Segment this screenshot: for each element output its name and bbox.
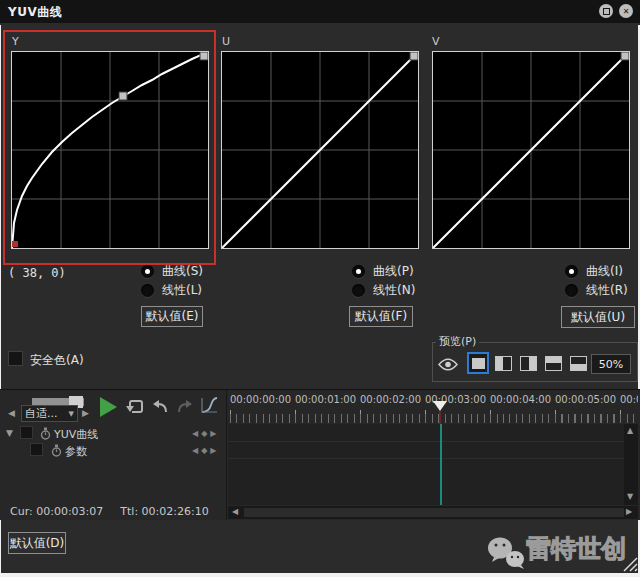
preview-split-right-button[interactable]	[517, 352, 539, 374]
yuv-curves-dialog: YUV曲线 ✕ Y U	[0, 0, 640, 577]
wechat-icon	[486, 532, 528, 572]
zoom-fit-dropdown[interactable]: 自适... ▼	[21, 405, 78, 422]
track-label[interactable]: YUV曲线	[54, 427, 98, 442]
chevron-down-icon: ▼	[69, 410, 74, 418]
v-default-button[interactable]: 默认值(U)	[561, 306, 635, 328]
u-panel-label: U	[222, 35, 230, 48]
track-row-separator	[228, 458, 624, 459]
v-linear-radio-row[interactable]: 线性(R)	[565, 283, 628, 297]
watermark: 雷特世创	[486, 526, 638, 572]
y-linear-radio-label: 线性(L)	[162, 282, 202, 299]
v-curve-svg	[433, 52, 629, 248]
preview-mode-buttons	[467, 352, 589, 374]
watermark-text: 雷特世创	[526, 532, 626, 565]
track-label[interactable]: 参数	[65, 444, 87, 459]
scroll-up-icon[interactable]: ▲	[627, 427, 633, 435]
u-curve-chart[interactable]	[221, 51, 419, 249]
cur-value: 00:00:03:07	[36, 505, 103, 518]
step-forward-icon[interactable]: ▶	[82, 409, 89, 418]
safe-color-checkbox[interactable]	[8, 351, 23, 366]
preview-full-button[interactable]	[467, 352, 489, 374]
restore-icon[interactable]	[599, 4, 613, 18]
y-mode-radios: 曲线(S) 线性(L)	[141, 264, 203, 302]
zoom-fit-dropdown-value: 自适...	[25, 406, 58, 421]
ruler-label: 00:00:05:00	[555, 394, 616, 405]
y-linear-radio[interactable]	[141, 284, 154, 297]
horizontal-scrollbar[interactable]: ◀ ▶	[228, 506, 638, 519]
preview-split-left-button[interactable]	[492, 352, 514, 374]
scroll-right-icon[interactable]: ▶	[626, 508, 632, 516]
playhead-ruler-tick	[439, 411, 441, 424]
window-title: YUV曲线	[8, 4, 62, 21]
playhead-marker[interactable]	[433, 401, 447, 411]
scroll-down-icon[interactable]: ▼	[627, 493, 633, 501]
safe-color-label: 安全色(A)	[30, 352, 84, 369]
u-curve-radio-label: 曲线(P)	[373, 263, 414, 280]
keyframe-nav-icons[interactable]: ◀◆▶	[192, 446, 219, 455]
cur-label: Cur:	[10, 505, 33, 518]
close-icon[interactable]: ✕	[619, 4, 633, 18]
playhead-line[interactable]	[440, 424, 442, 505]
u-curve-svg	[222, 52, 418, 248]
y-curve-svg	[12, 52, 208, 248]
track-enable-checkbox[interactable]	[20, 426, 33, 439]
ttl-value: 00:02:26:10	[142, 505, 209, 518]
preview-split-top-button[interactable]	[542, 352, 564, 374]
track-expand-icon[interactable]: ▼	[6, 428, 13, 438]
preview-label: 预览(P)	[436, 334, 479, 349]
y-curve-chart[interactable]	[11, 51, 209, 249]
v-linear-radio[interactable]	[565, 284, 578, 297]
u-linear-radio-row[interactable]: 线性(N)	[352, 283, 415, 297]
stopwatch-icon[interactable]	[40, 427, 51, 443]
u-linear-radio[interactable]	[352, 284, 365, 297]
timeline-divider	[226, 390, 227, 520]
undo-icon[interactable]	[152, 399, 169, 417]
bottom-edge	[0, 573, 640, 577]
scroll-left-icon[interactable]: ◀	[232, 508, 238, 516]
stopwatch-icon[interactable]	[51, 444, 62, 460]
ttl-label: Ttl:	[120, 505, 138, 518]
u-default-button[interactable]: 默认值(F)	[349, 306, 413, 327]
v-panel-label: V	[432, 35, 440, 48]
eye-icon[interactable]	[438, 358, 458, 374]
timecode-status: Cur: 00:00:03:07 Ttl: 00:02:26:10	[10, 505, 209, 518]
ruler-label: 00:00:00:00	[230, 394, 291, 405]
y-curve-radio-row[interactable]: 曲线(S)	[141, 264, 203, 278]
title-bar	[0, 0, 640, 23]
play-button[interactable]	[100, 397, 117, 417]
timeline-ruler[interactable]: 00:00:00:00 00:00:01:00 00:00:02:00 00:0…	[228, 391, 638, 424]
keyframe-nav-icons[interactable]: ◀◆▶	[192, 429, 219, 438]
y-default-button[interactable]: 默认值(E)	[141, 306, 203, 327]
u-linear-radio-label: 线性(N)	[373, 282, 415, 299]
u-curve-radio-row[interactable]: 曲线(P)	[352, 264, 415, 278]
ruler-label: 00:00:04:00	[490, 394, 551, 405]
v-curve-chart[interactable]	[432, 51, 630, 249]
u-mode-radios: 曲线(P) 线性(N)	[352, 264, 415, 302]
track-row-separator	[228, 441, 624, 442]
preview-zoom-button[interactable]: 50%	[591, 354, 631, 374]
y-curve-radio[interactable]	[141, 265, 154, 278]
step-back-icon[interactable]: ◀	[8, 409, 15, 418]
point-coordinate-readout: ( 38, 0)	[8, 266, 66, 280]
v-mode-radios: 曲线(I) 线性(R)	[565, 264, 628, 302]
v-linear-radio-label: 线性(R)	[586, 282, 628, 299]
dialog-default-button[interactable]: 默认值(D)	[8, 532, 66, 554]
resize-grip-icon[interactable]	[621, 555, 638, 575]
redo-icon[interactable]	[176, 399, 193, 417]
timeline-body[interactable]	[228, 424, 624, 505]
preview-split-bottom-button[interactable]	[567, 352, 589, 374]
param-enable-checkbox[interactable]	[30, 443, 43, 456]
scrollbar-thumb[interactable]	[244, 508, 624, 517]
ruler-label: 00:00:06:00	[620, 394, 638, 405]
v-curve-radio[interactable]	[565, 265, 578, 278]
ruler-label: 00:00:02:00	[360, 394, 421, 405]
loop-playback-icon[interactable]	[126, 398, 145, 418]
v-curve-radio-label: 曲线(I)	[586, 263, 623, 280]
v-curve-radio-row[interactable]: 曲线(I)	[565, 264, 628, 278]
u-curve-radio[interactable]	[352, 265, 365, 278]
curve-editor-icon[interactable]	[200, 396, 218, 417]
y-linear-radio-row[interactable]: 线性(L)	[141, 283, 203, 297]
ruler-label: 00:00:01:00	[295, 394, 356, 405]
ruler-minor-ticks	[230, 414, 638, 423]
vertical-scrollbar[interactable]: ▲ ▼	[624, 424, 638, 505]
